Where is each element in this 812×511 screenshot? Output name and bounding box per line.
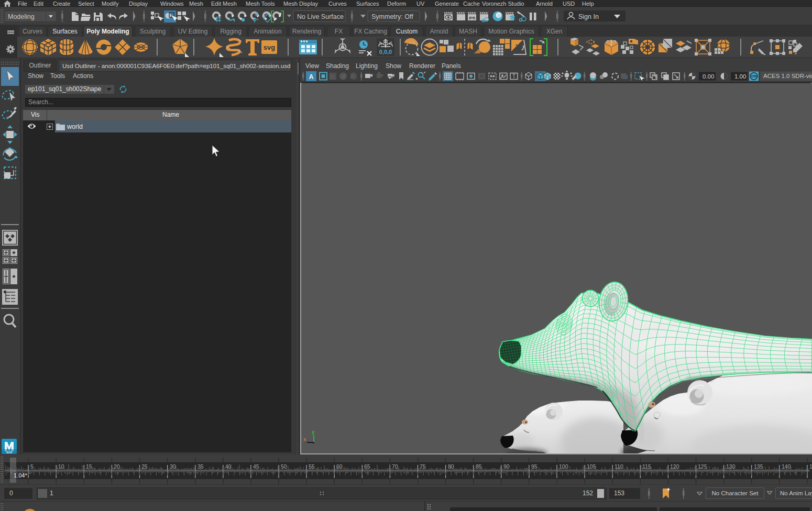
svg-text:x: x [303, 437, 306, 442]
svg-text:60: 60 [336, 463, 343, 470]
svg-text:Sign In: Sign In [578, 13, 599, 20]
svg-text:svg: svg [264, 43, 275, 51]
svg-text:50: 50 [281, 463, 287, 470]
svg-text:110: 110 [615, 463, 623, 470]
svg-text:IPR: IPR [469, 16, 476, 20]
svg-text:20: 20 [114, 463, 120, 470]
svg-text:T: T [512, 73, 515, 79]
svg-text:30: 30 [170, 463, 176, 470]
svg-text:1.00: 1.00 [734, 73, 746, 80]
svg-text:115: 115 [642, 463, 651, 470]
svg-text:25: 25 [141, 463, 148, 470]
svg-text:0,0,0: 0,0,0 [379, 49, 392, 55]
svg-text:140: 140 [782, 463, 791, 470]
svg-text:No Live Surface: No Live Surface [297, 13, 344, 20]
svg-text:40: 40 [225, 463, 232, 470]
svg-text:45: 45 [253, 463, 259, 470]
svg-text:75: 75 [420, 463, 426, 470]
svg-text:0.00: 0.00 [703, 73, 714, 80]
svg-text:95: 95 [531, 463, 537, 470]
svg-text:80: 80 [448, 463, 454, 470]
svg-text:120: 120 [670, 463, 679, 470]
svg-text:1.04*: 1.04* [14, 472, 27, 479]
svg-text:10: 10 [58, 463, 64, 470]
svg-text:90: 90 [503, 463, 510, 470]
svg-text:65: 65 [364, 463, 370, 470]
svg-text:125: 125 [698, 463, 707, 470]
svg-text:145: 145 [809, 463, 812, 470]
svg-text:100: 100 [559, 463, 568, 470]
svg-text:35: 35 [197, 463, 204, 470]
svg-text:z: z [310, 438, 313, 443]
svg-text:ON: ON [751, 74, 757, 78]
svg-text:130: 130 [726, 463, 736, 470]
svg-text:Modeling: Modeling [8, 13, 35, 20]
svg-text:AYA: AYA [6, 451, 13, 454]
svg-text:y: y [312, 430, 315, 435]
svg-text:5: 5 [30, 463, 34, 470]
svg-text:85: 85 [476, 463, 482, 470]
svg-text:135: 135 [754, 463, 763, 470]
svg-text:55: 55 [309, 463, 315, 470]
svg-text:70: 70 [392, 463, 398, 470]
svg-text:Symmetry: Off: Symmetry: Off [371, 13, 413, 20]
svg-text:15: 15 [86, 463, 92, 470]
svg-text:A: A [309, 73, 314, 81]
svg-text:105: 105 [587, 463, 596, 470]
